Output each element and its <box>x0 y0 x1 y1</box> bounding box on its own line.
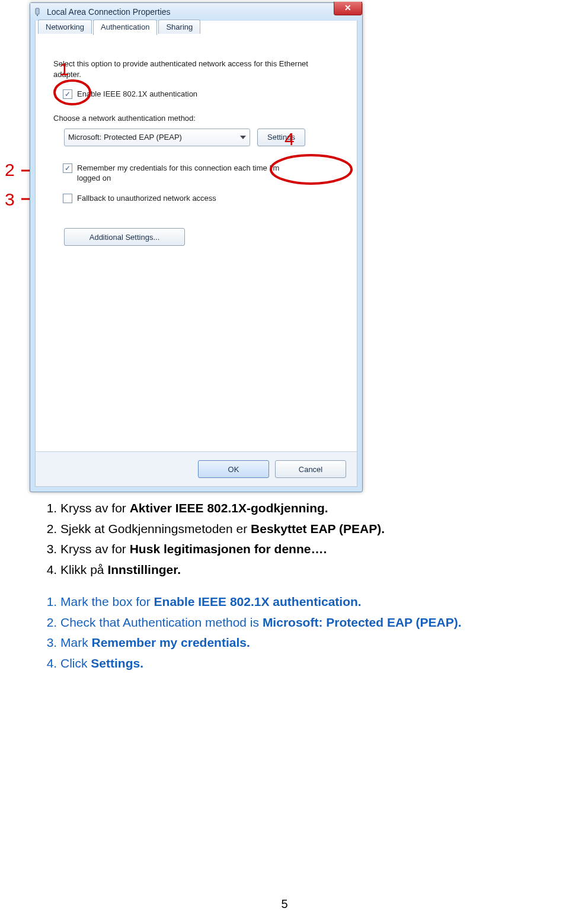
tabstrip: Networking Authentication Sharing <box>38 20 200 34</box>
annotation-circle-4 <box>267 152 356 187</box>
svg-point-7 <box>271 155 351 184</box>
window-title: Local Area Connection Properties <box>47 7 171 17</box>
tab-sharing[interactable]: Sharing <box>158 20 200 34</box>
annotation-circle-1 <box>52 78 94 107</box>
annotation-number-1: 1 <box>59 59 69 79</box>
svg-rect-4 <box>36 8 39 14</box>
checkbox-fallback-label: Fallback to unauthorized network access <box>77 193 216 204</box>
instruction-block: Kryss av for Aktiver IEEE 802.1X-godkjen… <box>39 498 513 686</box>
no-step-2: Sjekk at Godkjenningsmetoden er Beskytte… <box>60 519 513 539</box>
no-step-3: Kryss av for Husk legitimasjonen for den… <box>60 540 513 559</box>
tab-networking[interactable]: Networking <box>38 20 92 34</box>
tab-content: Select this option to provide authentica… <box>36 36 357 255</box>
dialog-footer: OK Cancel <box>36 451 357 486</box>
annotation-number-4: 4 <box>284 129 295 149</box>
no-step-4: Klikk på Innstillinger. <box>60 560 513 580</box>
ok-button[interactable]: OK <box>198 460 269 478</box>
no-step-1: Kryss av for Aktiver IEEE 802.1X-godkjen… <box>60 499 513 518</box>
tab-authentication[interactable]: Authentication <box>93 20 157 35</box>
additional-settings-button[interactable]: Additional Settings... <box>64 228 185 246</box>
auth-method-dropdown[interactable]: Microsoft: Protected EAP (PEAP) <box>64 129 250 146</box>
instructions-english: Mark the box for Enable IEEE 802.1X auth… <box>39 592 513 673</box>
chevron-down-icon <box>240 136 246 139</box>
settings-button[interactable]: Settings <box>257 129 305 146</box>
svg-rect-5 <box>37 15 38 16</box>
en-step-4: Click Settings. <box>60 654 513 673</box>
enable-8021x-row[interactable]: Enable IEEE 802.1X authentication <box>63 89 343 100</box>
cancel-button[interactable]: Cancel <box>275 460 346 478</box>
checkbox-fallback[interactable] <box>63 194 72 203</box>
checkbox-enable-8021x-label: Enable IEEE 802.1X authentication <box>77 89 197 100</box>
titlebar[interactable]: Local Area Connection Properties ✕ <box>30 3 362 21</box>
close-button[interactable]: ✕ <box>334 2 362 15</box>
adapter-icon <box>34 7 43 17</box>
svg-point-6 <box>55 81 90 104</box>
close-icon: ✕ <box>344 3 351 12</box>
dialog-window: Local Area Connection Properties ✕ Netwo… <box>30 2 363 492</box>
annotation-number-2: 2 <box>5 160 15 180</box>
auth-method-value: Microsoft: Protected EAP (PEAP) <box>68 133 182 142</box>
annotation-number-3: 3 <box>5 190 15 210</box>
description-text: Select this option to provide authentica… <box>53 59 326 79</box>
en-step-2: Check that Authentication method is Micr… <box>60 613 513 633</box>
instructions-norwegian: Kryss av for Aktiver IEEE 802.1X-godkjen… <box>39 499 513 579</box>
checkbox-remember[interactable] <box>63 163 72 173</box>
page-number: 5 <box>0 897 569 911</box>
en-step-1: Mark the box for Enable IEEE 802.1X auth… <box>60 592 513 612</box>
fallback-row[interactable]: Fallback to unauthorized network access <box>63 193 343 204</box>
en-step-3: Mark Remember my credentials. <box>60 633 513 653</box>
method-label: Choose a network authentication method: <box>53 114 343 123</box>
